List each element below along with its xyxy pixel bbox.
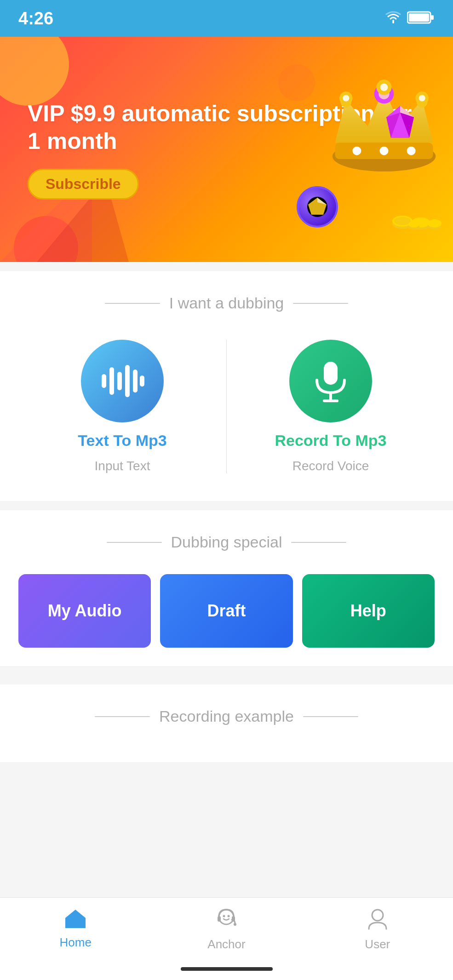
separator-3 <box>0 666 453 675</box>
recording-section-title: Recording example <box>159 707 294 725</box>
nav-home[interactable]: Home <box>0 907 151 950</box>
svg-point-29 <box>394 217 411 225</box>
title-line-left <box>105 303 160 304</box>
svg-point-51 <box>234 923 236 926</box>
record-to-mp3-tool[interactable]: Record To Mp3 Record Voice <box>226 340 435 473</box>
svg-point-11 <box>380 147 389 155</box>
banner-decoration-circle1 <box>0 37 69 106</box>
svg-point-35 <box>408 221 419 228</box>
nav-anchor-label: Anchor <box>207 937 245 952</box>
svg-rect-2 <box>431 15 434 20</box>
svg-rect-44 <box>323 399 338 402</box>
separator-2 <box>0 501 453 510</box>
recording-title-line-left <box>95 716 150 717</box>
banner-art <box>297 67 444 232</box>
svg-point-17 <box>380 84 388 91</box>
nav-user-label: User <box>365 937 390 952</box>
svg-point-52 <box>372 910 383 921</box>
svg-point-48 <box>228 915 230 917</box>
svg-rect-40 <box>133 370 138 393</box>
svg-point-12 <box>407 147 416 155</box>
svg-rect-41 <box>140 376 144 387</box>
special-section-title: Dubbing special <box>171 533 282 551</box>
recording-section: Recording example <box>0 684 453 762</box>
svg-rect-42 <box>324 362 338 385</box>
svg-point-47 <box>223 915 225 917</box>
svg-rect-36 <box>102 374 106 388</box>
user-icon <box>365 907 390 934</box>
text-to-mp3-sublabel: Input Text <box>95 459 150 473</box>
my-audio-label: My Audio <box>48 601 122 621</box>
special-section: Dubbing special My Audio Draft Help <box>0 510 453 666</box>
crown-art <box>297 67 444 232</box>
nav-anchor[interactable]: Anchor <box>151 907 302 952</box>
special-section-header: Dubbing special <box>18 533 435 551</box>
battery-icon <box>407 11 435 26</box>
waveform-icon <box>99 363 145 399</box>
dubbing-section-title: I want a dubbing <box>169 294 284 312</box>
svg-rect-1 <box>409 13 429 22</box>
svg-point-33 <box>428 219 442 228</box>
home-icon <box>63 907 88 932</box>
svg-rect-37 <box>109 367 114 395</box>
svg-point-10 <box>352 147 361 155</box>
draft-label: Draft <box>207 601 246 621</box>
text-to-mp3-tool[interactable]: Text To Mp3 Input Text <box>18 340 226 473</box>
my-audio-card[interactable]: My Audio <box>18 574 151 648</box>
title-line-right <box>293 303 348 304</box>
special-cards: My Audio Draft Help <box>18 574 435 648</box>
record-to-mp3-sublabel: Record Voice <box>292 459 369 473</box>
anchor-icon <box>214 907 239 934</box>
diamond-gem <box>384 103 416 142</box>
recording-section-header: Recording example <box>18 707 435 725</box>
status-icons <box>385 11 435 27</box>
help-label: Help <box>350 601 386 621</box>
help-card[interactable]: Help <box>302 574 435 648</box>
status-time: 4:26 <box>18 9 53 28</box>
text-to-mp3-circle <box>81 340 164 422</box>
wifi-icon <box>385 11 401 27</box>
coins-decoration <box>389 198 444 232</box>
nav-home-label: Home <box>59 935 91 950</box>
svg-rect-38 <box>117 372 122 390</box>
special-title-line-left <box>107 542 162 543</box>
dubbing-tools: Text To Mp3 Input Text Record To Mp3 Rec… <box>18 335 435 483</box>
record-to-mp3-label: Record To Mp3 <box>275 432 386 450</box>
status-bar: 4:26 <box>0 0 453 37</box>
nav-user[interactable]: User <box>302 907 453 952</box>
bottom-home-bar <box>181 967 273 971</box>
banner: VIP $9.9 automatic subscription for 1 mo… <box>0 37 453 262</box>
svg-rect-39 <box>125 365 130 397</box>
microphone-icon <box>310 358 351 404</box>
record-to-mp3-circle <box>289 340 372 422</box>
separator-1 <box>0 262 453 271</box>
svg-rect-45 <box>68 918 83 928</box>
svg-point-18 <box>419 95 425 101</box>
dubbing-section-header: I want a dubbing <box>18 294 435 312</box>
svg-point-16 <box>343 95 349 101</box>
svg-rect-49 <box>218 916 221 922</box>
gem-ball-icon <box>297 186 338 228</box>
special-title-line-right <box>291 542 346 543</box>
draft-card[interactable]: Draft <box>160 574 292 648</box>
recording-title-line-right <box>303 716 358 717</box>
dubbing-section: I want a dubbing Text To Mp3 Input Text <box>0 271 453 501</box>
text-to-mp3-label: Text To Mp3 <box>78 432 166 450</box>
subscribe-button[interactable]: Subscrible <box>28 169 139 199</box>
